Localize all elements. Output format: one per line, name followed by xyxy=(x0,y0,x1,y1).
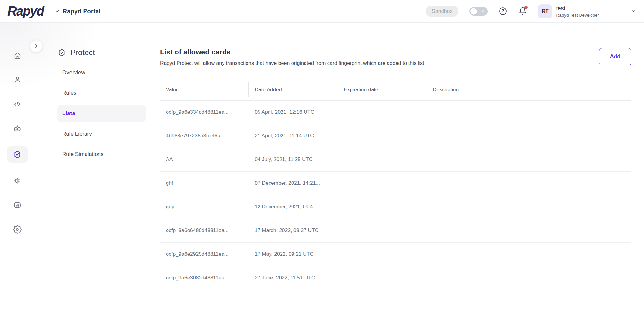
table-row[interactable]: ocfp_9a6e2925d48811ea... 17 May, 2022, 0… xyxy=(160,243,631,266)
rail-item-disputes[interactable] xyxy=(11,174,24,187)
table-row[interactable]: ocfp_9a6e6480d48811ea... 17 March, 2022,… xyxy=(160,219,631,243)
cell-date-added: 04 July, 2021, 11:25 UTC xyxy=(249,157,338,162)
sandbox-badge: Sandbox xyxy=(426,6,458,17)
avatar: RT xyxy=(538,4,552,18)
cell-value: ghf xyxy=(160,180,249,186)
gear-icon xyxy=(13,225,22,234)
cell-date-added: 05 April, 2021, 12:16 UTC xyxy=(249,109,338,115)
sidebar-title: Protect xyxy=(70,48,95,57)
user-icon xyxy=(13,76,22,84)
table-row[interactable]: AA 04 July, 2021, 11:25 UTC xyxy=(160,148,631,172)
sidebar-expand-button[interactable] xyxy=(30,40,42,52)
notifications-button[interactable] xyxy=(518,7,527,16)
sidebar-item-overview[interactable]: Overview xyxy=(57,64,146,81)
page-title: List of allowed cards xyxy=(160,48,424,56)
collect-payment-icon xyxy=(13,124,22,133)
table-row[interactable]: ocfp_9a6e334dd48811ea... 05 April, 2021,… xyxy=(160,101,631,124)
notification-dot xyxy=(524,6,528,9)
rail-item-collect[interactable] xyxy=(11,122,24,135)
chevron-down-icon xyxy=(631,8,636,14)
cell-value: ocfp_9a6e334dd48811ea... xyxy=(160,109,249,115)
column-header-description[interactable]: Description xyxy=(427,79,516,100)
column-header-date-added[interactable]: Date Added xyxy=(249,79,338,100)
toggle-x-icon: ✕ xyxy=(481,9,485,13)
sidebar-item-rule-simulations[interactable]: Rule Simulations xyxy=(57,146,146,163)
rail-item-settings[interactable] xyxy=(11,223,24,236)
main-content: List of allowed cards Rapyd Protect will… xyxy=(155,23,644,332)
cell-value: guy xyxy=(160,204,249,210)
protect-nav: Overview Rules Lists Rule Library Rule S… xyxy=(57,64,155,163)
cell-date-added: 17 March, 2022, 09:37 UTC xyxy=(249,228,338,233)
table-row[interactable]: 4b988e797235b3fcef6a... 21 April, 2021, … xyxy=(160,124,631,148)
icon-rail xyxy=(0,23,35,332)
rapyd-logo[interactable]: Rapyd xyxy=(7,4,55,18)
cell-value: ocfp_9a6e2925d48811ea... xyxy=(160,251,249,257)
table-header-row: Value Date Added Expiration date Descrip… xyxy=(160,79,631,101)
page-body: Protect Overview Rules Lists Rule Librar… xyxy=(0,23,644,332)
table-row[interactable]: ghf 07 December, 2021, 14:21... xyxy=(160,172,631,195)
user-role: Rapyd Test Developer xyxy=(556,13,599,18)
rail-item-analytics[interactable] xyxy=(11,198,24,211)
cell-date-added: 17 May, 2022, 09:21 UTC xyxy=(249,251,338,257)
protect-header: Protect xyxy=(57,48,155,57)
topbar: Rapyd Rapyd Portal Sandbox ✕ xyxy=(0,0,644,23)
rail-item-protect[interactable] xyxy=(7,146,28,163)
shield-check-icon xyxy=(13,150,22,159)
portal-label: Rapyd Portal xyxy=(63,8,100,15)
help-button[interactable] xyxy=(499,7,507,16)
cell-date-added: 27 June, 2022, 11:51 UTC xyxy=(249,275,338,281)
cell-value: AA xyxy=(160,157,249,162)
cell-date-added: 12 December, 2021, 09:4... xyxy=(249,204,338,210)
table-row[interactable]: guy 12 December, 2021, 09:4... xyxy=(160,195,631,219)
column-header-expiration-date[interactable]: Expiration date xyxy=(338,79,427,100)
allowed-cards-table: Value Date Added Expiration date Descrip… xyxy=(160,79,631,290)
shield-check-icon xyxy=(57,48,66,57)
user-name: test xyxy=(556,5,599,12)
sidebar-item-lists[interactable]: Lists xyxy=(57,105,146,122)
rail-item-customers[interactable] xyxy=(11,73,24,86)
cell-date-added: 07 December, 2021, 14:21... xyxy=(249,180,338,186)
sidebar-item-rule-library[interactable]: Rule Library xyxy=(57,125,146,142)
cell-value: ocfp_9a6e6480d48811ea... xyxy=(160,228,249,233)
protect-sidebar: Protect Overview Rules Lists Rule Librar… xyxy=(35,23,155,332)
code-icon xyxy=(13,100,22,109)
page-subtitle: Rapyd Protect will allow any transaction… xyxy=(160,60,424,66)
rail-item-home[interactable] xyxy=(11,49,24,62)
column-header-value[interactable]: Value xyxy=(160,79,249,100)
cell-value: ocfp_9a6e3082d48811ea... xyxy=(160,275,249,281)
help-icon xyxy=(499,7,507,16)
user-menu[interactable]: RT test Rapyd Test Developer xyxy=(538,4,636,18)
sidebar-item-rules[interactable]: Rules xyxy=(57,85,146,101)
add-button[interactable]: Add xyxy=(599,48,631,65)
portal-switcher[interactable]: Rapyd Portal xyxy=(55,8,100,15)
table-row[interactable]: ocfp_9a6e3082d48811ea... 27 June, 2022, … xyxy=(160,266,631,290)
chevron-right-icon xyxy=(34,43,39,49)
sandbox-toggle[interactable]: ✕ xyxy=(469,7,488,16)
rail-item-developers[interactable] xyxy=(11,98,24,111)
home-icon xyxy=(13,51,22,60)
plug-icon xyxy=(13,176,22,185)
cell-date-added: 21 April, 2021, 11:14 UTC xyxy=(249,133,338,139)
cell-value: 4b988e797235b3fcef6a... xyxy=(160,133,249,139)
toggle-knob xyxy=(470,8,477,15)
bar-chart-icon xyxy=(13,201,22,209)
column-header-actions xyxy=(516,79,631,100)
chevron-down-icon xyxy=(55,9,60,14)
